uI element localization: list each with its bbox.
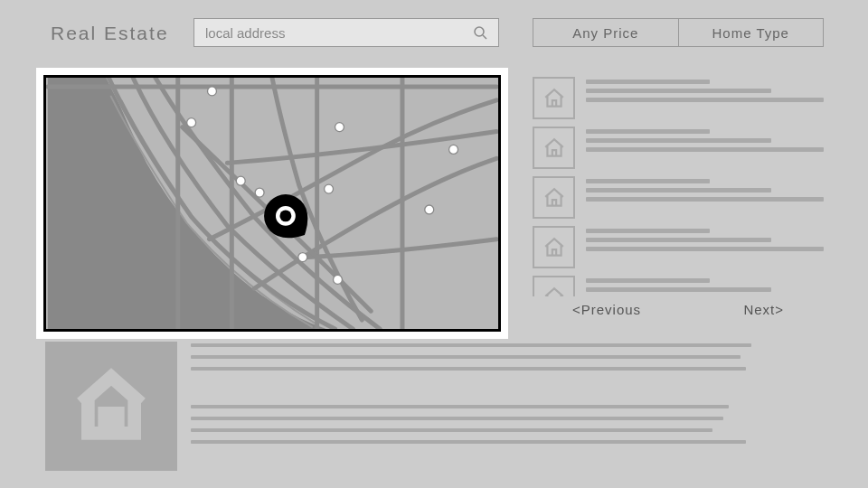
listing-thumb <box>533 77 575 119</box>
listing-thumb <box>533 176 575 219</box>
search-input[interactable] <box>205 25 473 41</box>
listing-thumb <box>533 127 575 169</box>
list-item[interactable] <box>533 176 824 219</box>
next-button[interactable]: Next> <box>743 302 784 317</box>
home-icon <box>71 367 151 446</box>
svg-point-4 <box>335 123 344 132</box>
pagination: <Previous Next> <box>533 296 824 317</box>
svg-point-3 <box>187 118 196 127</box>
svg-point-9 <box>425 205 434 214</box>
results-list: <Previous Next> <box>533 77 824 317</box>
home-type-filter[interactable]: Home Type <box>679 19 824 46</box>
filter-group: Any Price Home Type <box>533 18 824 47</box>
map[interactable] <box>43 75 501 332</box>
svg-point-0 <box>475 27 484 36</box>
svg-point-6 <box>236 176 245 185</box>
svg-point-12 <box>334 275 343 284</box>
svg-point-14 <box>279 210 291 221</box>
list-item[interactable] <box>533 127 824 169</box>
map-frame <box>36 68 508 339</box>
svg-point-7 <box>255 188 264 197</box>
listing-thumb <box>533 226 575 268</box>
home-icon <box>542 236 566 259</box>
svg-point-5 <box>449 145 458 154</box>
search-box[interactable] <box>193 18 499 47</box>
detail-description <box>191 343 751 444</box>
list-item[interactable] <box>533 276 824 296</box>
detail-thumb <box>45 342 177 471</box>
home-icon <box>542 136 566 160</box>
list-item[interactable] <box>533 226 824 268</box>
search-icon <box>473 25 487 40</box>
listing-thumb <box>533 276 575 296</box>
home-icon <box>542 87 566 110</box>
list-item[interactable] <box>533 77 824 119</box>
app-title: Real Estate <box>51 23 169 44</box>
previous-button[interactable]: <Previous <box>572 302 641 317</box>
svg-line-1 <box>483 35 486 39</box>
svg-point-11 <box>298 253 307 262</box>
svg-point-2 <box>208 87 217 96</box>
price-filter[interactable]: Any Price <box>533 19 679 46</box>
svg-point-8 <box>325 184 334 193</box>
home-icon <box>542 186 566 210</box>
home-icon <box>542 286 566 297</box>
